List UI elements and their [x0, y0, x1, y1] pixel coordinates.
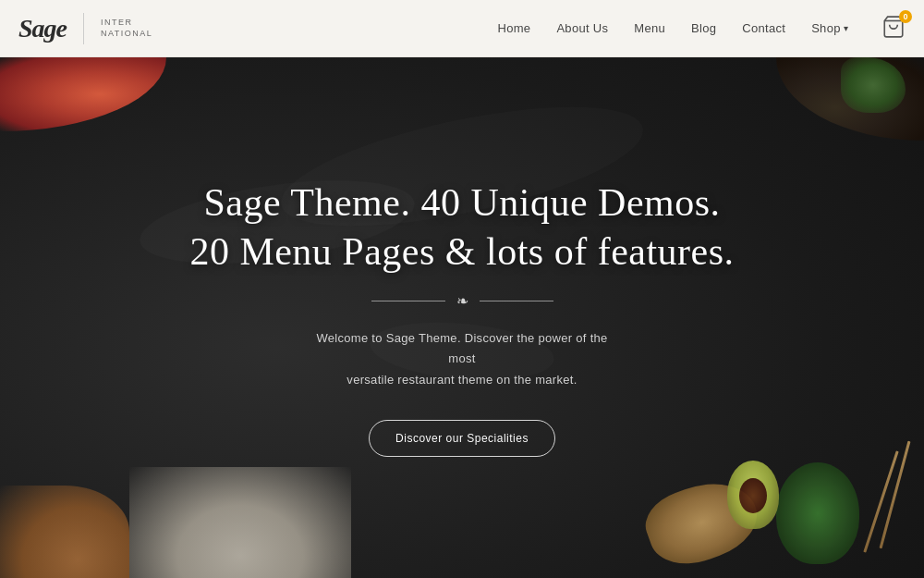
divider-line-right	[480, 301, 553, 301]
hero-content: Sage Theme. 40 Unique Demos. 20 Menu Pag…	[0, 57, 924, 578]
hero-cta-button[interactable]: Discover our Specialities	[369, 420, 555, 457]
site-header: Sage INTER NATIONAL Home About Us Menu B…	[0, 0, 924, 57]
hero-divider: ❧	[371, 292, 553, 310]
divider-line-left	[371, 301, 445, 301]
hero-subtext-line1: Welcome to Sage Theme. Discover the powe…	[316, 331, 607, 365]
logo-sub-line1: INTER	[101, 18, 133, 27]
hero-section: Sage Theme. 40 Unique Demos. 20 Menu Pag…	[0, 0, 924, 578]
cart-area[interactable]: 0	[881, 15, 906, 43]
cart-badge: 0	[899, 10, 912, 23]
hero-headline-line2: 20 Menu Pages & lots of features.	[189, 230, 734, 273]
hero-subtext-line2: versatile restaurant theme on the market…	[346, 373, 577, 387]
nav-shop-label: Shop	[811, 21, 841, 35]
nav-shop-arrow-icon: ▾	[844, 23, 848, 33]
nav-item-home[interactable]: Home	[497, 21, 530, 35]
nav-item-contact[interactable]: Contact	[742, 21, 785, 35]
hero-subtext: Welcome to Sage Theme. Discover the powe…	[305, 328, 619, 389]
logo-sub-line2: NATIONAL	[101, 29, 152, 38]
nav-item-about[interactable]: About Us	[556, 21, 608, 35]
nav-item-shop[interactable]: Shop ▾	[811, 21, 848, 35]
main-nav: Home About Us Menu Blog Contact Shop ▾ 0	[497, 15, 906, 43]
nav-item-menu[interactable]: Menu	[634, 21, 665, 35]
logo-divider	[83, 13, 84, 44]
logo-subtitle: INTER NATIONAL	[101, 18, 152, 39]
divider-icon: ❧	[456, 292, 468, 310]
logo-area: Sage INTER NATIONAL	[18, 13, 152, 44]
hero-headline-line1: Sage Theme. 40 Unique Demos.	[203, 181, 720, 224]
logo-text[interactable]: Sage	[18, 14, 67, 43]
hero-headline: Sage Theme. 40 Unique Demos. 20 Menu Pag…	[189, 178, 734, 276]
nav-item-blog[interactable]: Blog	[691, 21, 716, 35]
cart-icon-wrapper[interactable]: 0	[881, 15, 906, 43]
